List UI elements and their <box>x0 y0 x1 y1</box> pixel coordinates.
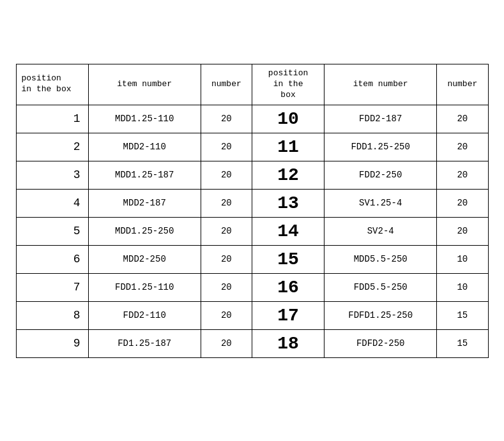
cell-item2: FDD2-187 <box>325 105 437 133</box>
cell-pos2: 11 <box>252 133 324 161</box>
table-row: 4 MDD2-187 20 13 SV1.25-4 20 <box>16 189 488 217</box>
cell-pos1: 4 <box>16 189 88 217</box>
cell-pos1: 3 <box>16 161 88 189</box>
cell-num2: 10 <box>437 273 488 301</box>
header-num1: number <box>201 64 252 105</box>
cell-pos2: 12 <box>252 161 324 189</box>
header-item2: item number <box>325 64 437 105</box>
cell-item2: MDD5.5-250 <box>325 245 437 273</box>
cell-num1: 20 <box>201 217 252 245</box>
cell-num2: 20 <box>437 217 488 245</box>
table-row: 6 MDD2-250 20 15 MDD5.5-250 10 <box>16 245 488 273</box>
cell-item1: MDD2-110 <box>88 133 201 161</box>
cell-pos1: 1 <box>16 105 88 133</box>
cell-item1: MDD2-250 <box>88 245 201 273</box>
header-num2: number <box>437 64 488 105</box>
cell-pos1: 2 <box>16 133 88 161</box>
cell-num2: 20 <box>437 133 488 161</box>
table-row: 2 MDD2-110 20 11 FDD1.25-250 20 <box>16 133 488 161</box>
cell-pos2: 15 <box>252 245 324 273</box>
cell-pos2: 10 <box>252 105 324 133</box>
cell-pos1: 7 <box>16 273 88 301</box>
cell-num1: 20 <box>201 189 252 217</box>
cell-num1: 20 <box>201 133 252 161</box>
cell-item1: FDD2-110 <box>88 301 201 329</box>
main-table-container: position in the box item number number p… <box>16 64 489 358</box>
cell-item1: FD1.25-187 <box>88 329 201 357</box>
cell-num2: 10 <box>437 245 488 273</box>
cell-num2: 20 <box>437 105 488 133</box>
cell-pos2: 16 <box>252 273 324 301</box>
cell-pos2: 18 <box>252 329 324 357</box>
cell-num2: 20 <box>437 189 488 217</box>
table-row: 5 MDD1.25-250 20 14 SV2-4 20 <box>16 217 488 245</box>
parts-table: position in the box item number number p… <box>16 64 489 358</box>
table-row: 3 MDD1.25-187 20 12 FDD2-250 20 <box>16 161 488 189</box>
cell-item2: FDD1.25-250 <box>325 133 437 161</box>
table-row: 8 FDD2-110 20 17 FDFD1.25-250 15 <box>16 301 488 329</box>
cell-num1: 20 <box>201 105 252 133</box>
cell-pos2: 13 <box>252 189 324 217</box>
cell-num1: 20 <box>201 329 252 357</box>
cell-pos2: 17 <box>252 301 324 329</box>
table-row: 7 FDD1.25-110 20 16 FDD5.5-250 10 <box>16 273 488 301</box>
cell-pos1: 8 <box>16 301 88 329</box>
table-row: 1 MDD1.25-110 20 10 FDD2-187 20 <box>16 105 488 133</box>
cell-num2: 15 <box>437 301 488 329</box>
cell-item2: FDD2-250 <box>325 161 437 189</box>
header-pos2: position in the box <box>252 64 324 105</box>
cell-item2: FDFD1.25-250 <box>325 301 437 329</box>
cell-item2: FDD5.5-250 <box>325 273 437 301</box>
cell-item2: FDFD2-250 <box>325 329 437 357</box>
cell-pos1: 9 <box>16 329 88 357</box>
cell-num1: 20 <box>201 301 252 329</box>
cell-pos1: 5 <box>16 217 88 245</box>
cell-num1: 20 <box>201 161 252 189</box>
cell-item1: MDD1.25-250 <box>88 217 201 245</box>
cell-item2: SV1.25-4 <box>325 189 437 217</box>
cell-item2: SV2-4 <box>325 217 437 245</box>
cell-item1: FDD1.25-110 <box>88 273 201 301</box>
table-row: 9 FD1.25-187 20 18 FDFD2-250 15 <box>16 329 488 357</box>
header-item1: item number <box>88 64 201 105</box>
cell-item1: MDD1.25-110 <box>88 105 201 133</box>
cell-item1: MDD1.25-187 <box>88 161 201 189</box>
cell-num2: 20 <box>437 161 488 189</box>
cell-item1: MDD2-187 <box>88 189 201 217</box>
header-pos1: position in the box <box>16 64 88 105</box>
cell-num1: 20 <box>201 273 252 301</box>
cell-num1: 20 <box>201 245 252 273</box>
cell-pos1: 6 <box>16 245 88 273</box>
cell-num2: 15 <box>437 329 488 357</box>
cell-pos2: 14 <box>252 217 324 245</box>
